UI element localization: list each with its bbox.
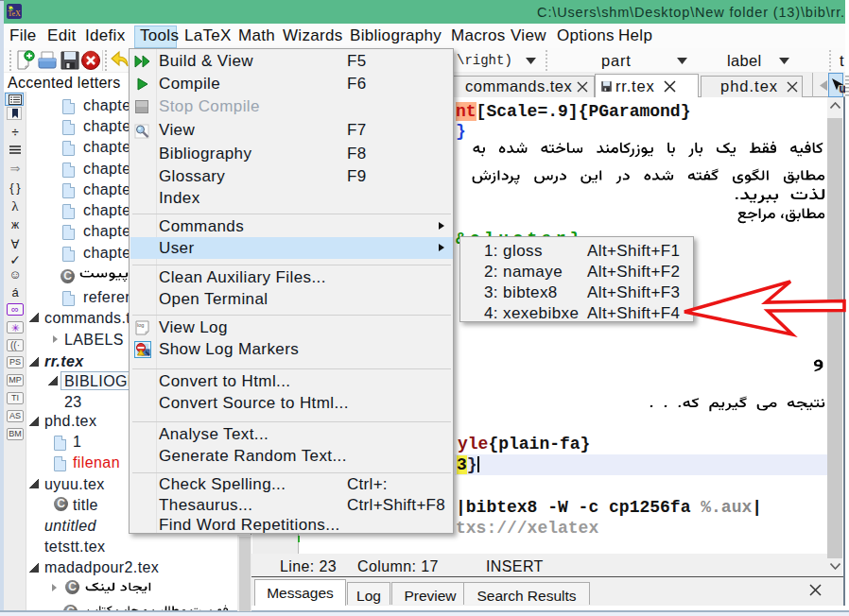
svg-text:u: u xyxy=(840,82,846,94)
svg-text:TeX: TeX xyxy=(8,9,21,18)
svg-text:log: log xyxy=(137,322,144,328)
